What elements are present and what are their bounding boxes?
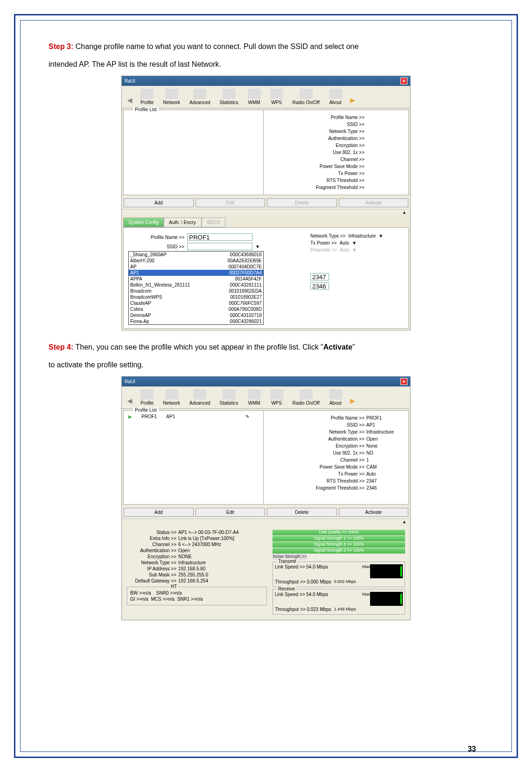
close-icon[interactable]: × xyxy=(400,77,407,84)
signal-1-bar: Signal Strength 1 >> 100% xyxy=(273,536,405,541)
tb-about[interactable]: About xyxy=(325,88,346,106)
status-panel: Status >>AP1 <--> 00-03-7F-00-D7-A4 Extr… xyxy=(123,526,409,618)
profile-list-2: Profile List ▶ PROF1 AP1 ✎ xyxy=(124,411,264,504)
profile-list: Profile List xyxy=(124,110,264,195)
signal-3-bar: Signal Strength 3 >> 100% xyxy=(273,548,405,554)
tab-auth-encry[interactable]: Auth. \ Encry. xyxy=(164,218,202,227)
step4-line2: to activate the profile setting. xyxy=(49,358,483,372)
ssid-option[interactable]: DennisAP000C43102718 xyxy=(129,312,263,318)
profile-row[interactable]: ▶ PROF1 AP1 ✎ xyxy=(126,413,261,421)
receive-graph xyxy=(370,592,403,606)
ssid-input[interactable] xyxy=(187,243,252,250)
profile-area-2: Profile List ▶ PROF1 AP1 ✎ Profile Name … xyxy=(123,410,409,505)
preamble-select: Auto xyxy=(340,247,350,253)
window-title: RaUI xyxy=(125,78,135,84)
tx-power-select[interactable]: Auto xyxy=(340,240,350,246)
tb-network[interactable]: Network xyxy=(159,88,184,106)
close-icon-2[interactable]: × xyxy=(400,378,407,385)
tb-wps[interactable]: WPS xyxy=(266,88,287,106)
ssid-option[interactable]: Fiona-Ap000C43286021 xyxy=(129,318,263,324)
tb-radio[interactable]: Radio On/Off xyxy=(289,88,323,106)
tb-advanced[interactable]: Advanced xyxy=(186,88,214,106)
ssid-option[interactable]: APPA0014A5F42F xyxy=(129,276,263,282)
edit-button[interactable]: Edit xyxy=(196,198,266,207)
forward-icon[interactable]: ► xyxy=(348,96,358,106)
ssid-option[interactable]: ClaudeAP000C766FC597 xyxy=(129,300,263,306)
titlebar-2: RaUI × xyxy=(122,377,410,386)
tb-wmm-2[interactable]: WMM xyxy=(244,388,265,407)
transmit-group: Transmit Link Speed >> 54.0 Mbps Max Thr… xyxy=(273,561,405,587)
step4-label: Step 4: xyxy=(49,343,73,351)
ssid-option[interactable]: Belkin_N1_Wireless_281111000C43281111 xyxy=(129,282,263,288)
delete-button[interactable]: Delete xyxy=(267,198,337,207)
activate-button[interactable]: Activate xyxy=(339,198,409,207)
ssid-option[interactable]: BroadcomWPS001018902E27 xyxy=(129,294,263,300)
page-number: 33 xyxy=(468,745,476,753)
ssid-option[interactable]: AP100037F00D7A4 xyxy=(129,270,263,276)
collapse-toggle[interactable] xyxy=(122,209,410,215)
profile-details: Profile Name >> SSID >> Network Type >> … xyxy=(264,110,408,195)
wps-icon xyxy=(270,89,283,99)
config-tabs: System Config Auth. \ Encry. 8021X xyxy=(123,218,409,227)
advanced-icon xyxy=(193,89,206,99)
profile-name-input[interactable] xyxy=(187,233,252,241)
ssid-option[interactable]: AP0007404D0C7E xyxy=(129,264,263,270)
system-config-panel: Profile Name >> SSID >> ▼ _Shiang_2860AP… xyxy=(123,227,409,329)
profile-buttons-2: Add Edit Delete Activate xyxy=(122,506,410,519)
play-icon: ▶ xyxy=(128,414,132,419)
profile-icon xyxy=(140,89,154,99)
tb-profile-2[interactable]: Profile xyxy=(137,388,157,407)
tab-8021x[interactable]: 8021X xyxy=(202,218,225,227)
profile-details-2: Profile Name >>PROF1 SSID >>AP1 Network … xyxy=(264,411,408,504)
status-right: Link Quality >> 100% Signal Strength 1 >… xyxy=(273,529,405,615)
receive-group: Receive Link Speed >> 54.0 Mbps Max Thro… xyxy=(273,589,405,615)
ssid-dropdown-list[interactable]: _Shiang_2860AP000C43686016AlbertY-20000A… xyxy=(128,251,264,325)
tb-about-2[interactable]: About xyxy=(325,388,346,407)
back-icon[interactable]: ◄ xyxy=(125,96,135,106)
tab-system-config[interactable]: System Config xyxy=(123,218,164,227)
ssid-option[interactable]: Broadcom001018902EDA xyxy=(129,288,263,294)
edit-button-2[interactable]: Edit xyxy=(196,508,266,517)
step4-line1: Step 4: Then, you can see the profile wh… xyxy=(49,340,483,355)
transmit-graph xyxy=(370,564,403,578)
add-button[interactable]: Add xyxy=(124,198,194,207)
step3-label: Step 3: xyxy=(49,42,73,50)
ssid-option[interactable]: AlbertY-20000AA2E82EB9E xyxy=(129,258,263,264)
frag-value[interactable] xyxy=(310,282,329,290)
tb-network-2[interactable]: Network xyxy=(159,388,184,407)
wmm-icon xyxy=(248,89,261,99)
screenshot-step4: RaUI × ◄ Profile Network Advanced Statis… xyxy=(121,376,411,620)
activate-button-2[interactable]: Activate xyxy=(339,508,409,517)
radio-icon xyxy=(300,89,313,99)
screenshot-step3: RaUI × ◄ Profile Network Advanced Statis… xyxy=(121,76,411,330)
link-quality-bar: Link Quality >> 100% xyxy=(273,530,405,535)
tb-wps-2[interactable]: WPS xyxy=(266,388,287,407)
about-icon xyxy=(329,89,342,99)
status-left: Status >>AP1 <--> 00-03-7F-00-D7-A4 Extr… xyxy=(127,529,267,615)
collapse-toggle-2[interactable] xyxy=(122,519,410,524)
back-icon-2[interactable]: ◄ xyxy=(125,396,135,407)
network-type-select[interactable]: Infrastructure xyxy=(348,233,376,239)
main-toolbar: ◄ Profile Network Advanced Statistics WM… xyxy=(122,86,410,108)
tb-statistics[interactable]: Statistics xyxy=(216,88,242,106)
tb-statistics-2[interactable]: Statistics xyxy=(216,388,242,407)
profile-list-title: Profile List xyxy=(133,107,159,112)
ht-group: HT BW >> n/a SNR0 >> n/a GI >> n/a MCS >… xyxy=(127,587,267,605)
rts-value[interactable] xyxy=(310,273,329,281)
add-button-2[interactable]: Add xyxy=(124,508,194,517)
tb-advanced-2[interactable]: Advanced xyxy=(186,388,214,407)
tb-profile[interactable]: Profile xyxy=(137,88,157,106)
ssid-option[interactable]: _Shiang_2860AP000C43686016 xyxy=(129,252,263,258)
delete-button-2[interactable]: Delete xyxy=(267,508,337,517)
ssid-option[interactable]: Cobra000A795C008D xyxy=(129,306,263,312)
step3-line2: intended AP. The AP list is the result o… xyxy=(49,57,483,72)
tb-radio-2[interactable]: Radio On/Off xyxy=(289,388,323,407)
profile-buttons: Add Edit Delete Activate xyxy=(122,197,410,209)
chevron-down-icon[interactable]: ▼ xyxy=(255,244,260,249)
window-title-2: RaUI xyxy=(125,379,135,384)
forward-icon-2[interactable]: ► xyxy=(348,396,358,407)
signal-icon: ✎ xyxy=(245,414,249,419)
signal-2-bar: Signal Strength 2 >> 100% xyxy=(273,542,405,547)
tb-wmm[interactable]: WMM xyxy=(244,88,265,106)
statistics-icon xyxy=(223,89,236,99)
